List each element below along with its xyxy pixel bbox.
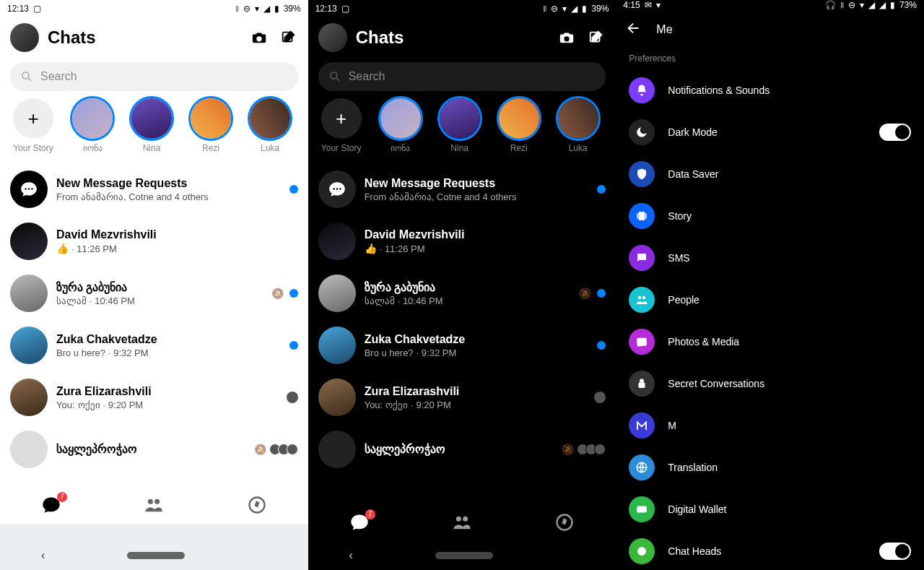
story-add-icon: + [321,98,362,139]
chat-subtitle: You:ოქეი· 9:20 PM [56,400,278,410]
nav-back[interactable]: ‹ [349,549,353,562]
setting-row[interactable]: Story [616,195,924,237]
tab-chats[interactable]: 7 [349,512,370,532]
setting-row[interactable]: SMS [616,237,924,279]
tab-discover[interactable] [554,512,575,532]
camera-button[interactable] [249,27,269,48]
story-add-icon: + [13,98,53,139]
story-item[interactable]: Nina [437,98,483,153]
setting-row[interactable]: M [616,405,924,446]
battery-icon: ▮ [890,0,895,10]
nav-home[interactable] [435,552,493,559]
chat-row[interactable]: New Message RequestsFrom ანამარია, Cotne… [0,163,308,215]
seen-avatar [594,392,606,403]
story-label: Luka [569,143,588,153]
setting-row[interactable]: Data Saver [616,153,924,195]
story-item[interactable]: Luka [555,98,601,153]
nav-home[interactable] [127,552,185,559]
setting-row[interactable]: Translation [616,446,924,488]
chat-avatar [318,379,356,416]
setting-row[interactable]: Secret Conversations [616,363,924,405]
toggle-switch[interactable] [879,124,911,141]
setting-label: Translation [668,462,911,473]
settings-header: Me [616,10,924,49]
setting-label: Data Saver [668,168,911,180]
chat-name: David Mezvrishvili [365,228,598,241]
chat-avatar [10,275,48,312]
chat-name: New Message Requests [365,177,589,190]
svg-point-10 [333,188,335,190]
setting-row[interactable]: Dark Mode [616,111,924,153]
setting-row[interactable]: Chat Heads [616,530,924,570]
chat-row[interactable]: Zuka ChakvetadzeBro u here?· 9:32 PM [0,319,308,371]
toggle-switch[interactable] [879,543,911,560]
chat-avatar [318,223,356,260]
profile-avatar[interactable] [318,23,347,52]
nav-back[interactable]: ‹ [41,549,45,562]
settings-title: Me [656,23,672,36]
compose-button[interactable] [278,27,298,48]
setting-row[interactable]: Notifications & Sounds [616,69,924,111]
story-item[interactable]: Nina [128,98,175,153]
tab-people[interactable] [452,512,472,532]
chat-row[interactable]: David Mezvrishvili👍· 11:26 PM [308,215,616,267]
setting-row[interactable]: People [616,279,924,321]
search-bar[interactable]: Search [318,62,606,91]
svg-rect-17 [637,213,639,219]
setting-row[interactable]: Photos & Media [616,321,924,363]
svg-rect-26 [644,509,648,511]
svg-point-4 [31,188,33,190]
chat-subtitle: სალამ· 10:46 PM [365,295,571,306]
setting-label: Chat Heads [668,545,866,557]
setting-label: Secret Conversations [668,378,911,389]
chat-row[interactable]: ზურა გაბუნიასალამ· 10:46 PM🔕 [308,267,616,319]
chat-row[interactable]: New Message RequestsFrom ანამარია, Cotne… [308,163,616,215]
chat-row[interactable]: David Mezvrishvili👍· 11:26 PM [0,215,308,267]
camera-button[interactable] [557,27,577,48]
battery-pct: 39% [284,4,301,14]
chats-screen-light: 12:13▢ ⫴ ⊖ ▾ ◢ ▮ 39% Chats Search +Your … [0,0,308,570]
story-item[interactable]: იონა [69,98,116,153]
back-button[interactable] [626,20,643,39]
compose-button[interactable] [585,27,606,48]
chat-name: Zura Elizarashvili [56,385,278,398]
page-title: Chats [48,27,240,48]
unread-dot [597,341,606,350]
svg-point-13 [456,517,461,522]
tab-discover[interactable] [247,495,267,515]
story-item[interactable]: Luka [247,98,293,153]
chat-name: საყლეპროჭაო [56,442,245,456]
profile-avatar[interactable] [10,23,39,52]
setting-row[interactable]: Digital Wallet [616,488,924,530]
signal2-icon: ◢ [879,0,886,10]
chat-avatar [10,223,48,260]
story-item[interactable]: Rezi [188,98,234,153]
chat-row[interactable]: საყლეპროჭაო🔕 [308,423,616,475]
story-item[interactable]: Rezi [496,98,542,153]
tab-people[interactable] [144,495,164,515]
story-item[interactable]: +Your Story [318,98,365,153]
story-label: იონა [83,143,103,153]
tab-badge: 7 [365,509,375,519]
story-label: Rezi [510,143,528,153]
svg-point-22 [640,340,642,342]
story-item[interactable]: +Your Story [10,98,56,153]
vibrate-icon: ⫴ [235,4,239,14]
search-bar[interactable]: Search [10,62,298,91]
chat-row[interactable]: ზურა გაბუნიასალამ· 10:46 PM🔕 [0,267,308,319]
chat-row[interactable]: Zura ElizarashviliYou:ოქეი· 9:20 PM [0,371,308,423]
chat-avatar [318,275,356,312]
shield-icon [629,161,655,187]
chat-row[interactable]: საყლეპროჭაო🔕 [0,423,308,475]
muted-icon: 🔕 [271,288,284,299]
tab-chats[interactable]: 7 [41,495,61,515]
muted-icon: 🔕 [254,444,266,455]
chat-row[interactable]: Zura ElizarashviliYou:ოქეი· 9:20 PM [308,371,616,423]
muted-icon: 🔕 [579,288,591,299]
svg-rect-18 [646,213,648,219]
story-item[interactable]: იონა [378,98,424,153]
chat-row[interactable]: Zuka ChakvetadzeBro u here?· 9:32 PM [308,319,616,371]
dnd-icon: ⊖ [243,4,250,14]
wifi-icon: ▾ [860,0,864,10]
story-avatar [191,98,231,139]
